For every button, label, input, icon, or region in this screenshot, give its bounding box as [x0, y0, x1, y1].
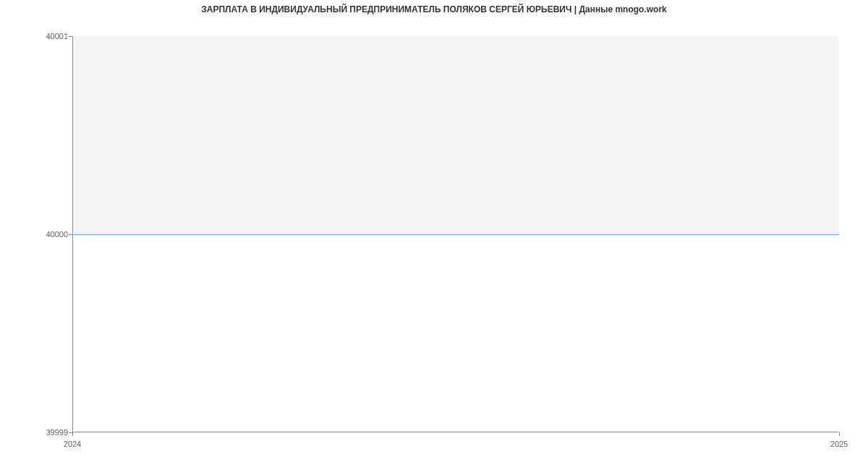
x-tick [839, 432, 840, 436]
x-axis-label: 2024 [64, 440, 81, 448]
area-fill [73, 36, 839, 234]
x-axis-label: 2025 [830, 440, 848, 448]
salary-chart: ЗАРПЛАТА В ИНДИВИДУАЛЬНЫЙ ПРЕДПРИНИМАТЕЛ… [0, 0, 868, 470]
plot-area [72, 36, 839, 432]
y-axis-label: 40000 [46, 230, 68, 239]
x-tick [72, 432, 73, 436]
chart-title: ЗАРПЛАТА В ИНДИВИДУАЛЬНЫЙ ПРЕДПРИНИМАТЕЛ… [0, 4, 868, 14]
y-axis-label: 39999 [46, 428, 68, 437]
data-line [73, 234, 839, 235]
y-axis-label: 40001 [46, 32, 68, 40]
